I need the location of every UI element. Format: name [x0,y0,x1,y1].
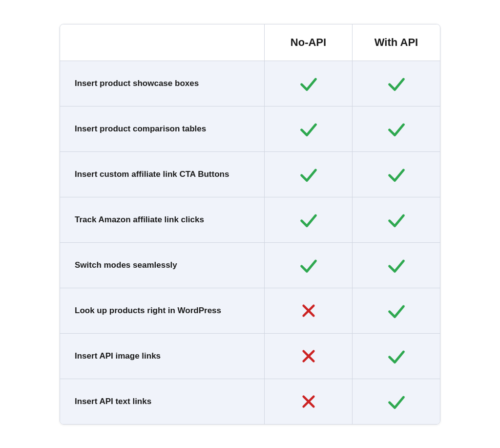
table-row: Track Amazon affiliate link clicks [60,197,440,243]
table-body: Insert product showcase boxesInsert prod… [60,61,440,424]
check-icon [388,166,405,183]
feature-label: Switch modes seamlessly [60,243,264,288]
no-api-cell [264,61,352,106]
table-header: No-API With API [60,24,440,61]
check-icon [300,120,317,138]
with-api-cell [352,243,440,288]
with-api-cell [352,197,440,242]
cross-icon [301,394,316,409]
with-api-cell [352,152,440,197]
no-api-header: No-API [264,24,352,61]
cross-icon [301,303,316,319]
check-icon [300,256,317,274]
with-api-cell [352,379,440,424]
check-icon [388,393,405,410]
table-row: Look up products right in WordPress [60,288,440,334]
with-api-cell [352,61,440,106]
with-api-cell [352,334,440,379]
check-icon [388,347,405,365]
table-row: Insert custom affiliate link CTA Buttons [60,152,440,197]
no-api-cell [264,107,352,151]
table-row: Insert API image links [60,334,440,379]
no-api-cell [264,288,352,333]
table-row: Insert product comparison tables [60,107,440,152]
with-api-cell [352,107,440,151]
check-icon [388,302,405,320]
feature-label: Look up products right in WordPress [60,288,264,333]
cross-icon [301,348,316,364]
feature-label: Track Amazon affiliate link clicks [60,197,264,242]
with-api-header: With API [352,24,440,61]
check-icon [388,75,405,92]
table-row: Switch modes seamlessly [60,243,440,288]
comparison-table: No-API With API Insert product showcase … [60,24,440,425]
feature-label: Insert product comparison tables [60,107,264,151]
check-icon [388,120,405,138]
feature-label: Insert product showcase boxes [60,61,264,106]
table-row: Insert product showcase boxes [60,61,440,107]
no-api-cell [264,379,352,424]
check-icon [388,211,405,229]
no-api-cell [264,197,352,242]
no-api-cell [264,334,352,379]
table-row: Insert API text links [60,379,440,424]
check-icon [388,256,405,274]
check-icon [300,75,317,92]
feature-label: Insert custom affiliate link CTA Buttons [60,152,264,197]
with-api-cell [352,288,440,333]
header-empty-cell [60,24,264,61]
no-api-cell [264,243,352,288]
feature-label: Insert API image links [60,334,264,379]
no-api-cell [264,152,352,197]
check-icon [300,211,317,229]
feature-label: Insert API text links [60,379,264,424]
check-icon [300,166,317,183]
